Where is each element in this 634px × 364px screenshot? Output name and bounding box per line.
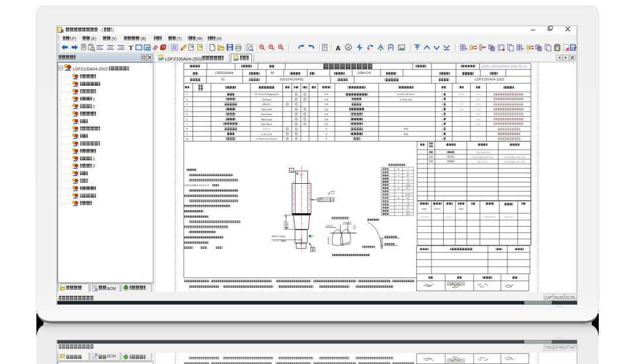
svg-text:20MnCr5: 20MnCr5 — [358, 71, 371, 75]
svg-text:0.21-48: 0.21-48 — [445, 216, 451, 218]
svg-text:1/2h: 1/2h — [476, 108, 481, 111]
svg-text:2: 2 — [93, 164, 95, 168]
svg-text:0.647: 0.647 — [406, 184, 411, 187]
svg-text:0.025: 0.025 — [323, 199, 329, 201]
svg-text:(V): (V) — [112, 36, 117, 41]
svg-text:2: 2 — [93, 105, 95, 109]
svg-text:s: s — [398, 204, 399, 206]
svg-text:LDFZ100A04-2002-2001: LDFZ100A04-2002-2001 — [472, 156, 494, 159]
svg-text:Fβ≤15um: Fβ≤15um — [261, 118, 272, 121]
svg-text:0.11-0.12: 0.11-0.12 — [261, 133, 272, 136]
svg-text:NUM: NUM — [554, 295, 564, 299]
svg-text:LDFZ100A04-2002-2001: LDFZ100A04-2002-2001 — [504, 161, 525, 163]
svg-text:(m/min): (m/min) — [434, 208, 441, 210]
svg-text:1/2h: 1/2h — [459, 103, 464, 106]
svg-text:Φ28.1: Φ28.1 — [405, 194, 410, 196]
svg-text:1: 1 — [93, 97, 95, 101]
svg-text:(rpm): (rpm) — [421, 208, 427, 210]
svg-text:A-B: A-B — [331, 199, 334, 201]
svg-text:A: A — [336, 45, 340, 52]
svg-text:k: k — [398, 210, 399, 213]
svg-text:4а: 4а — [407, 210, 409, 213]
svg-text:h: h — [398, 181, 399, 183]
svg-text:B2.5/8: B2.5/8 — [273, 240, 279, 242]
svg-text:- [: - [ — [99, 28, 103, 32]
svg-text:1/20h: 1/20h — [458, 93, 465, 96]
svg-text:25.7: 25.7 — [406, 187, 410, 190]
svg-text:LDFZ100A04-2002: LDFZ100A04-2002 — [73, 67, 108, 71]
svg-text:41: 41 — [407, 207, 409, 209]
svg-text:20°: 20° — [406, 174, 410, 177]
svg-text:1/2h: 1/2h — [459, 108, 464, 111]
svg-text:LDFZ100A04-2002-8.J0: LDFZ100A04-2002-8.J0 — [184, 184, 210, 187]
svg-text:50: 50 — [271, 71, 274, 75]
svg-text:1/2h: 1/2h — [476, 103, 481, 106]
svg-text:1/2h: 1/2h — [476, 93, 481, 96]
svg-text:c: c — [398, 184, 399, 187]
svg-text:1(8)1994/198: 1(8)1994/198 — [484, 216, 495, 218]
svg-text:M24×1.5(6g): M24×1.5(6g) — [272, 235, 285, 238]
svg-text:3.8: 3.8 — [325, 108, 329, 111]
svg-text:(F): (F) — [72, 36, 76, 41]
svg-text:0.25±0.1: 0.25±0.1 — [343, 221, 351, 224]
svg-text:m: m — [398, 168, 400, 170]
svg-text:B: B — [312, 248, 313, 251]
svg-text:3.8: 3.8 — [325, 118, 329, 121]
svg-text:(188)-3019: (188)-3019 — [504, 216, 513, 218]
svg-text:1/4h: 1/4h — [476, 113, 481, 116]
svg-text:0.25±0.1: 0.25±0.1 — [326, 225, 333, 227]
svg-text:A: A — [347, 45, 350, 50]
svg-text:1/4: 1/4 — [407, 181, 410, 183]
svg-text:1/4h: 1/4h — [476, 118, 481, 121]
svg-text:LDFZ100A04-2002-2001: LDFZ100A04-2002-2001 — [504, 156, 525, 159]
svg-text:75031-B4256/A: 75031-B4256/A — [476, 151, 490, 154]
svg-text:(W): (W) — [197, 36, 203, 41]
svg-text:CAP: CAP — [544, 295, 552, 299]
svg-text:F20: F20 — [404, 133, 409, 136]
svg-text:3.8: 3.8 — [325, 123, 329, 126]
svg-text:]: ] — [113, 28, 114, 32]
svg-text:020104100402: 020104100402 — [280, 77, 303, 81]
svg-text:3.8: 3.8 — [325, 93, 329, 96]
svg-text:8: 8 — [407, 178, 409, 180]
svg-text:(H): (H) — [217, 36, 222, 41]
svg-text:2: 2 — [407, 168, 409, 170]
svg-text:Fα≤10um: Fα≤10um — [261, 113, 272, 116]
svg-text:25.5mm: 25.5mm — [262, 98, 271, 101]
svg-text:z: z — [398, 171, 399, 174]
svg-text:Fr≤0.033: Fr≤0.033 — [261, 108, 272, 111]
svg-text:0.01/0-25.Φ4.5: 0.01/0-25.Φ4.5 — [397, 93, 415, 96]
svg-text:1/4h: 1/4h — [476, 98, 481, 101]
svg-text:(E): (E) — [91, 36, 96, 41]
svg-text:M: M — [407, 197, 409, 200]
svg-text:R2.5: R2.5 — [353, 225, 356, 229]
svg-text:3.8: 3.8 — [325, 98, 329, 101]
svg-text:(B): (B) — [141, 36, 146, 41]
svg-text:6: 6 — [407, 171, 409, 174]
svg-text:27±0.05: 27±0.05 — [284, 221, 286, 228]
svg-text:7: 7 — [407, 191, 409, 193]
svg-text:(T): (T) — [177, 36, 181, 41]
svg-text:32.21±0.025(dp=4.5): 32.21±0.025(dp=4.5) — [255, 93, 279, 96]
svg-text:3.8: 3.8 — [325, 103, 329, 106]
svg-text:01: 01 — [221, 77, 225, 81]
svg-text:LDZH.LDFZ100A04-2002.50.01: LDZH.LDFZ100A04-2002.50.01 — [481, 65, 527, 68]
svg-text:0.02/0-200: 0.02/0-200 — [400, 98, 413, 101]
svg-text:10: 10 — [186, 137, 188, 140]
svg-text:≤Ra3.2: ≤Ra3.2 — [262, 103, 271, 106]
svg-text:1.6: 1.6 — [332, 193, 335, 195]
svg-text:135.6-316: 135.6-316 — [420, 216, 429, 218]
svg-text:d: d — [398, 187, 399, 190]
svg-text:1.25: 1.25 — [406, 204, 410, 206]
svg-text:16:07: 16:07 — [556, 305, 564, 308]
svg-text:A-B|0.1: A-B|0.1 — [286, 221, 289, 228]
svg-text:(mm): (mm) — [458, 208, 463, 210]
svg-text:T: T — [129, 44, 133, 51]
svg-text:28.3: 28.3 — [406, 213, 410, 215]
svg-text:BOM: BOM — [107, 287, 116, 291]
svg-text:α: α — [398, 174, 399, 177]
svg-text:SCRL: SCRL — [565, 295, 576, 299]
svg-text:1/4h: 1/4h — [476, 123, 481, 126]
svg-text:0.25±0.1: 0.25±0.1 — [328, 237, 330, 244]
svg-text:M2.25×20°: M2.25×20° — [478, 161, 488, 163]
